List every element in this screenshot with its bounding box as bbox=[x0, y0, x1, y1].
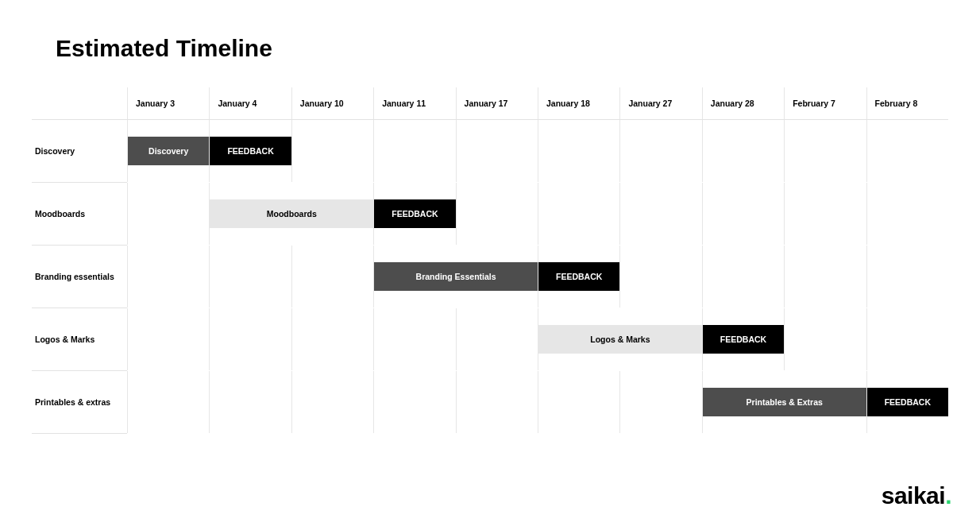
row-divider bbox=[32, 433, 127, 434]
row-label: Moodboards bbox=[32, 183, 127, 245]
gantt-bar-wrap: Moodboards bbox=[209, 183, 373, 245]
empty-cell bbox=[538, 120, 619, 182]
empty-cell bbox=[373, 308, 455, 370]
feedback-bar: FEEDBACK bbox=[374, 199, 455, 228]
empty-cell bbox=[127, 183, 209, 245]
gantt-bar-wrap: FEEDBACK bbox=[702, 308, 784, 370]
feedback-bar: FEEDBACK bbox=[867, 388, 948, 416]
empty-cell bbox=[619, 120, 701, 182]
logo-dot: . bbox=[945, 482, 951, 509]
gantt-bar-wrap: FEEDBACK bbox=[373, 183, 455, 245]
column-header: January 10 bbox=[291, 87, 373, 119]
empty-cell bbox=[456, 120, 538, 182]
empty-cell bbox=[373, 371, 455, 433]
empty-cell bbox=[866, 183, 948, 245]
gantt-bar-wrap: FEEDBACK bbox=[538, 246, 619, 308]
column-header-empty bbox=[32, 87, 127, 119]
page-title: Estimated Timeline bbox=[56, 35, 272, 62]
column-header: January 27 bbox=[619, 87, 701, 119]
empty-cell bbox=[619, 183, 701, 245]
empty-cell bbox=[456, 371, 538, 433]
task-bar: Logos & Marks bbox=[538, 325, 702, 354]
empty-cell bbox=[866, 308, 948, 370]
feedback-bar: FEEDBACK bbox=[703, 325, 784, 354]
empty-cell bbox=[127, 308, 209, 370]
column-header: January 18 bbox=[538, 87, 619, 119]
empty-cell bbox=[373, 120, 455, 182]
logo: saikai. bbox=[882, 482, 951, 509]
empty-cell bbox=[784, 183, 866, 245]
empty-cell bbox=[784, 308, 866, 370]
empty-cell bbox=[127, 246, 209, 308]
gantt-bar-wrap: Logos & Marks bbox=[538, 308, 702, 370]
empty-cell bbox=[538, 371, 619, 433]
task-bar: Discovery bbox=[128, 137, 209, 165]
empty-cell bbox=[784, 246, 866, 308]
empty-cell bbox=[866, 246, 948, 308]
row-label: Logos & Marks bbox=[32, 308, 127, 370]
empty-cell bbox=[702, 246, 784, 308]
empty-cell bbox=[127, 371, 209, 433]
empty-cell bbox=[209, 308, 291, 370]
page: Estimated Timeline January 3January 4Jan… bbox=[0, 0, 980, 530]
empty-cell bbox=[619, 371, 701, 433]
task-bar: Printables & Extras bbox=[703, 388, 866, 416]
gantt-bar-wrap: Printables & Extras bbox=[702, 371, 866, 433]
empty-cell bbox=[619, 246, 701, 308]
row-label: Printables & extras bbox=[32, 371, 127, 433]
column-header: February 7 bbox=[784, 87, 866, 119]
gantt-chart: January 3January 4January 10January 11Ja… bbox=[32, 87, 948, 434]
empty-cell bbox=[538, 183, 619, 245]
empty-cell bbox=[784, 120, 866, 182]
empty-cell bbox=[209, 371, 291, 433]
empty-cell bbox=[702, 120, 784, 182]
column-header: January 17 bbox=[456, 87, 538, 119]
column-header: January 28 bbox=[702, 87, 784, 119]
empty-cell bbox=[291, 371, 373, 433]
column-header: January 4 bbox=[209, 87, 291, 119]
task-bar: Branding Essentials bbox=[374, 262, 538, 291]
task-bar: Moodboards bbox=[210, 199, 373, 228]
row-label: Branding essentials bbox=[32, 246, 127, 308]
feedback-bar: FEEDBACK bbox=[210, 137, 291, 165]
gantt-bar-wrap: FEEDBACK bbox=[209, 120, 291, 182]
feedback-bar: FEEDBACK bbox=[538, 262, 619, 291]
empty-cell bbox=[866, 120, 948, 182]
gantt-bar-wrap: Branding Essentials bbox=[373, 246, 538, 308]
column-header: February 8 bbox=[866, 87, 948, 119]
column-header: January 3 bbox=[127, 87, 209, 119]
empty-cell bbox=[702, 183, 784, 245]
logo-text: saikai bbox=[882, 482, 945, 509]
empty-cell bbox=[456, 308, 538, 370]
gantt-bar-wrap: Discovery bbox=[127, 120, 209, 182]
empty-cell bbox=[291, 308, 373, 370]
empty-cell bbox=[291, 120, 373, 182]
column-header: January 11 bbox=[373, 87, 455, 119]
row-label: Discovery bbox=[32, 120, 127, 182]
gantt-bar-wrap: FEEDBACK bbox=[866, 371, 948, 433]
empty-cell bbox=[209, 246, 291, 308]
empty-cell bbox=[456, 183, 538, 245]
empty-cell bbox=[291, 246, 373, 308]
